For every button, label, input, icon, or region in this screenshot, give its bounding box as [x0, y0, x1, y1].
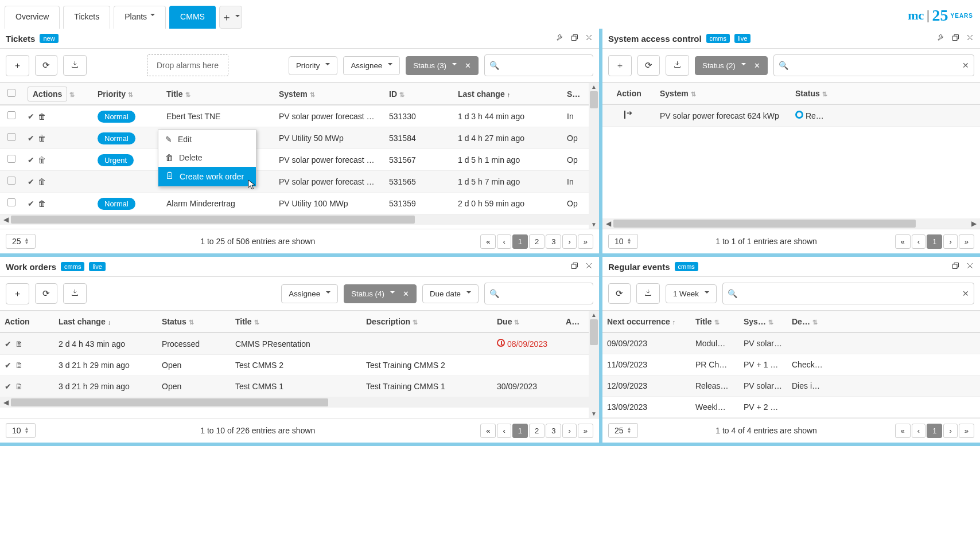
- restore-icon[interactable]: [570, 33, 579, 44]
- tab-overview[interactable]: Overview: [5, 6, 60, 29]
- col-next-occurrence[interactable]: Next occurrence↑: [602, 311, 691, 332]
- trash-icon[interactable]: 🗑: [38, 155, 46, 165]
- page-next[interactable]: ›: [562, 234, 576, 249]
- table-row[interactable]: ✔🗎 3 d 21 h 29 min ago Open Test CMMS 2 …: [0, 355, 599, 376]
- ctx-create-work-order[interactable]: Create work order: [158, 167, 256, 186]
- col-action[interactable]: Action: [602, 83, 655, 104]
- col-title[interactable]: Title⇅: [691, 311, 739, 332]
- trash-icon[interactable]: 🗑: [38, 112, 46, 121]
- row-checkbox[interactable]: [7, 111, 15, 119]
- table-row[interactable]: 09/09/2023 Modul… PV solar pc: [602, 333, 980, 354]
- col-description[interactable]: Description⇅: [361, 311, 492, 332]
- status-filter[interactable]: Status (3)✕: [406, 56, 479, 75]
- page-1[interactable]: 1: [927, 424, 942, 438]
- trash-icon[interactable]: 🗑: [38, 199, 46, 208]
- page-prev[interactable]: ‹: [497, 424, 511, 438]
- status-filter[interactable]: Status (4)✕: [344, 284, 417, 303]
- scroll-thumb[interactable]: [613, 220, 916, 228]
- page-size-selector[interactable]: 25▲▼: [608, 423, 638, 438]
- scroll-down-icon[interactable]: ▼: [591, 410, 597, 417]
- check-icon[interactable]: ✔: [28, 112, 34, 121]
- page-2[interactable]: 2: [529, 234, 545, 249]
- clear-search-icon[interactable]: ✕: [962, 61, 969, 70]
- add-button[interactable]: ＋: [6, 55, 29, 76]
- row-checkbox[interactable]: [7, 133, 15, 141]
- vertical-scrollbar[interactable]: ▲▼: [589, 311, 599, 418]
- tab-plants[interactable]: Plants: [114, 6, 166, 29]
- download-button[interactable]: [63, 283, 87, 304]
- close-icon[interactable]: [966, 33, 974, 44]
- dropzone[interactable]: Drop alarms here: [147, 54, 228, 76]
- table-row[interactable]: ✔🗎 2 d 4 h 43 min ago Processed CMMS PRe…: [0, 333, 599, 355]
- col-priority[interactable]: Priority⇅: [93, 84, 162, 104]
- table-row[interactable]: ✔🗑 PV solar power forecast … 531565 1 d …: [0, 171, 599, 193]
- check-icon[interactable]: ✔: [28, 177, 34, 186]
- restore-icon[interactable]: [570, 261, 579, 272]
- table-row[interactable]: ✔🗑 Normal PV Utility 50 MWp 531584 1 d 4…: [0, 127, 599, 149]
- page-3[interactable]: 3: [546, 234, 561, 249]
- add-button[interactable]: ＋: [608, 55, 632, 76]
- download-button[interactable]: [63, 55, 87, 76]
- scroll-down-icon[interactable]: ▼: [591, 221, 597, 228]
- vertical-scrollbar[interactable]: ▲▼: [589, 83, 599, 229]
- page-first[interactable]: «: [895, 424, 911, 438]
- close-icon[interactable]: [585, 33, 593, 44]
- col-due[interactable]: Due⇅: [492, 311, 561, 332]
- page-2[interactable]: 2: [529, 424, 545, 438]
- col-id[interactable]: ID⇅: [384, 84, 453, 104]
- close-icon[interactable]: [585, 261, 593, 272]
- assignee-filter[interactable]: Assignee: [343, 56, 400, 75]
- table-row[interactable]: 13/09/2023 Weekl… PV + 2 batt: [602, 397, 980, 418]
- col-last-change[interactable]: Last change↑: [453, 84, 562, 104]
- row-checkbox[interactable]: [7, 177, 15, 185]
- add-button[interactable]: ＋: [6, 283, 29, 304]
- table-row[interactable]: ✔🗎 3 d 21 h 29 min ago Open Test CMMS 1 …: [0, 376, 599, 397]
- clear-filter-icon[interactable]: ✕: [754, 61, 760, 70]
- check-icon[interactable]: ✔: [28, 155, 34, 165]
- page-prev[interactable]: ‹: [497, 234, 511, 249]
- col-description[interactable]: De…⇅: [787, 311, 827, 332]
- page-first[interactable]: «: [895, 234, 911, 249]
- check-icon[interactable]: ✔: [5, 382, 11, 391]
- search-box[interactable]: 🔍 ✕: [484, 54, 593, 76]
- page-first[interactable]: «: [480, 234, 496, 249]
- page-prev[interactable]: ‹: [912, 424, 925, 438]
- scroll-up-icon[interactable]: ▲: [591, 84, 597, 90]
- horizontal-scrollbar[interactable]: ◀▶: [0, 397, 599, 408]
- search-input[interactable]: [737, 285, 962, 302]
- table-row[interactable]: ✔🗑 Normal Ebert Test TNE PV solar power …: [0, 105, 599, 127]
- col-title[interactable]: Title⇅: [231, 311, 361, 332]
- page-last[interactable]: »: [959, 424, 974, 438]
- page-last[interactable]: »: [959, 234, 974, 249]
- refresh-button[interactable]: ⟳: [608, 283, 631, 304]
- page-last[interactable]: »: [578, 424, 593, 438]
- check-icon[interactable]: ✔: [28, 134, 34, 143]
- wrench-icon[interactable]: [937, 33, 946, 44]
- table-row[interactable]: PV solar power forecast 624 kWp Register…: [602, 105, 980, 127]
- download-button[interactable]: [636, 283, 660, 304]
- scroll-left-icon[interactable]: ◀: [1, 398, 11, 406]
- assignee-filter[interactable]: Assignee: [281, 284, 338, 303]
- scroll-thumb[interactable]: [590, 319, 598, 345]
- clear-filter-icon[interactable]: ✕: [465, 61, 471, 70]
- document-icon[interactable]: 🗎: [15, 382, 23, 391]
- document-icon[interactable]: 🗎: [15, 361, 23, 370]
- trash-icon[interactable]: 🗑: [38, 134, 46, 143]
- page-prev[interactable]: ‹: [912, 234, 925, 249]
- col-status[interactable]: Status⇅: [791, 83, 832, 104]
- download-button[interactable]: [666, 55, 689, 76]
- page-1[interactable]: 1: [512, 234, 528, 249]
- ctx-delete[interactable]: 🗑 Delete: [158, 148, 256, 167]
- clear-search-icon[interactable]: ✕: [962, 289, 969, 298]
- scroll-up-icon[interactable]: ▲: [591, 312, 597, 318]
- close-icon[interactable]: [966, 261, 974, 272]
- page-size-selector[interactable]: 25▲▼: [6, 234, 36, 249]
- wrench-icon[interactable]: [556, 33, 565, 44]
- search-box[interactable]: 🔍✕: [484, 283, 593, 304]
- scroll-right-icon[interactable]: ▶: [969, 220, 979, 228]
- check-icon[interactable]: ✔: [28, 199, 34, 208]
- table-row[interactable]: ✔🗑 Normal Alarm Minderertrag PV Utility …: [0, 193, 599, 214]
- page-next[interactable]: ›: [943, 424, 957, 438]
- exit-icon[interactable]: [624, 111, 633, 119]
- table-row[interactable]: 12/09/2023 Releas… PV solar pc Dies is…: [602, 375, 980, 397]
